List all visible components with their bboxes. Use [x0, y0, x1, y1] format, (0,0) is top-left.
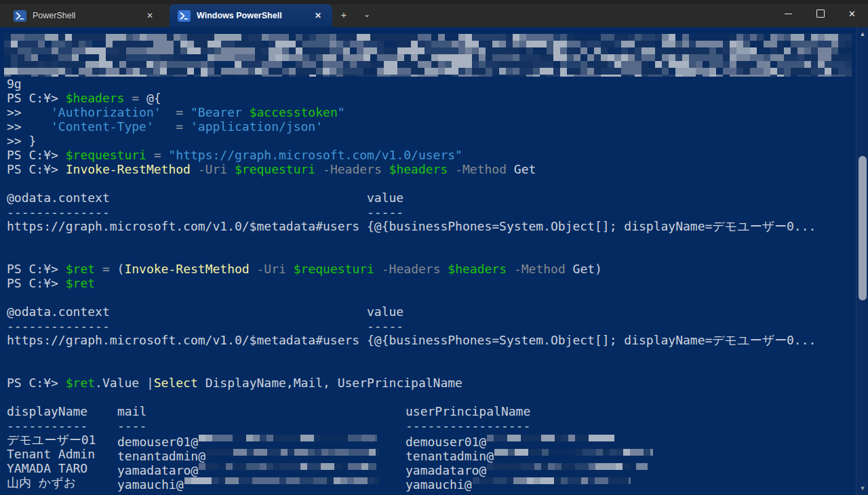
terminal-line: デモユーザー01demouser01@demouser01@: [0, 433, 856, 447]
tab-title: PowerShell: [33, 11, 136, 20]
tab-close-icon[interactable]: ✕: [142, 8, 157, 23]
table-cell: Tenant Admin: [7, 447, 95, 461]
terminal-line: -------------------: [0, 319, 856, 333]
table-cell: userPrincipalName: [406, 404, 530, 418]
new-tab-button[interactable]: +: [334, 4, 354, 24]
terminal-line: 山内 かずおyamauchi@yamauchi@: [0, 475, 856, 490]
minimize-button[interactable]: [772, 0, 804, 27]
terminal-line: [0, 248, 856, 262]
close-icon: ✕: [848, 9, 856, 19]
tab-windows-powershell[interactable]: Windows PowerShell ✕: [170, 4, 332, 27]
terminal-line: displayNamemailuserPrincipalName: [0, 404, 856, 418]
redacted-block: [4, 34, 853, 77]
terminal-line: https://graph.microsoft.com/v1.0/$metada…: [0, 219, 856, 233]
terminal-line: [0, 290, 856, 304]
redacted-email-domain: [473, 477, 631, 491]
terminal-output[interactable]: 9gPS C:¥> $headers = @{>> 'Authorization…: [0, 27, 856, 495]
terminal-line: PS C:¥> $ret.Value |Select DisplayName,M…: [0, 376, 856, 390]
powershell-icon: [14, 10, 26, 22]
terminal-line: >> 'Authorization' = "Bearer $accesstoke…: [0, 105, 856, 119]
scrollbar-thumb[interactable]: [859, 156, 867, 300]
terminal-line: PS C:¥> Invoke-RestMethod -Uri $requestu…: [0, 162, 856, 176]
title-bar[interactable]: PowerShell ✕ Windows PowerShell ✕ + ⌄ ✕: [0, 0, 868, 27]
terminal-line: >> 'Content-Type' = 'application/json': [0, 119, 856, 134]
maximize-icon: [816, 9, 825, 18]
table-cell: yamauchi@: [117, 475, 379, 492]
terminal-line: [0, 176, 856, 191]
terminal-line: [0, 390, 856, 404]
terminal-line: @odata.contextvalue: [0, 191, 856, 205]
redacted-email-domain: [494, 449, 653, 462]
redacted-email-domain: [199, 435, 377, 448]
scrollbar[interactable]: ▲ ▼: [856, 27, 868, 495]
terminal-window: PowerShell ✕ Windows PowerShell ✕ + ⌄ ✕ …: [0, 0, 868, 495]
tab-title: Windows PowerShell: [197, 11, 304, 20]
terminal-line: PS C:¥> $headers = @{: [0, 91, 856, 105]
terminal-line: PS C:¥> $ret = (Invoke-RestMethod -Uri $…: [0, 262, 856, 276]
terminal-line: --------------------------------: [0, 418, 856, 433]
table-cell: yamauchi@: [406, 475, 631, 492]
table-cell: displayName: [7, 404, 87, 418]
table-cell: 山内 かずお: [7, 475, 76, 490]
tab-powershell[interactable]: PowerShell ✕: [5, 4, 164, 27]
terminal-line: YAMADA TAROyamadataro@yamadataro@: [0, 461, 856, 475]
powershell-icon: [178, 10, 191, 22]
terminal-line: [0, 233, 856, 248]
redacted-email-domain: [487, 435, 614, 448]
redacted-email-domain: [199, 463, 376, 477]
terminal-line: >> }: [0, 134, 856, 148]
table-cell: -----------: [7, 418, 87, 433]
terminal-line: @odata.contextvalue: [0, 304, 856, 319]
terminal-line: [0, 347, 856, 361]
terminal-line: Tenant Admintenantadmin@tenantadmin@: [0, 447, 856, 461]
terminal-line: 9g: [0, 77, 856, 91]
redacted-email-domain: [206, 449, 379, 462]
terminal-line: PS C:¥> $ret: [0, 276, 856, 290]
scroll-up-button[interactable]: ▲: [856, 28, 868, 39]
table-cell: -----------------: [406, 418, 530, 433]
redacted-email-domain: [487, 463, 648, 477]
maximize-button[interactable]: [804, 0, 836, 27]
window-controls: ✕: [772, 0, 868, 27]
table-cell: ----: [117, 418, 146, 433]
tab-close-icon[interactable]: ✕: [311, 8, 326, 23]
tab-dropdown-button[interactable]: ⌄: [357, 4, 377, 24]
tab-strip: PowerShell ✕ Windows PowerShell ✕ + ⌄: [0, 0, 378, 27]
redacted-email-domain: [184, 477, 379, 491]
terminal-line: -------------------: [0, 205, 856, 219]
table-cell: mail: [117, 404, 146, 418]
table-cell: YAMADA TARO: [7, 461, 87, 475]
scroll-down-button[interactable]: ▼: [856, 483, 868, 494]
close-button[interactable]: ✕: [836, 0, 868, 27]
terminal-line: https://graph.microsoft.com/v1.0/$metada…: [0, 333, 856, 347]
minimize-icon: [785, 14, 792, 14]
table-cell: デモユーザー01: [7, 433, 96, 447]
terminal-line: PS C:¥> $requesturi = "https://graph.mic…: [0, 148, 856, 162]
terminal-line: [0, 361, 856, 376]
